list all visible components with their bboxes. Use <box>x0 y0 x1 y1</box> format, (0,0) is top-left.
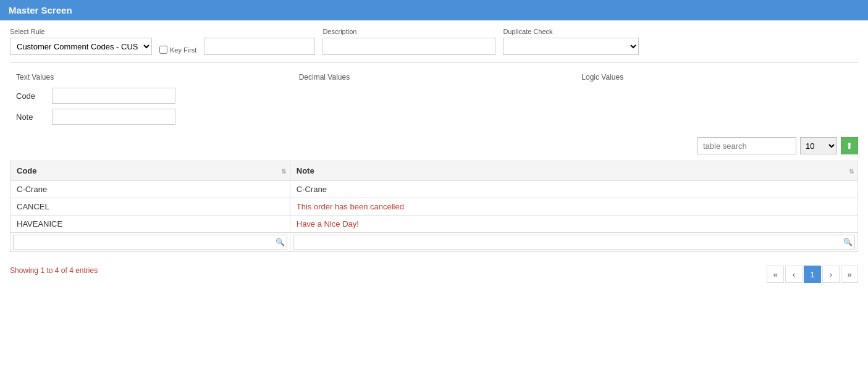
filter-note-cell: 🔍 <box>290 233 857 252</box>
table-cell-note: This order has been cancelled <box>290 198 857 216</box>
description-input[interactable]: Customer Comment Codes <box>322 38 495 55</box>
table-row[interactable]: HAVEANICEHave a Nice Day! <box>11 216 858 233</box>
select-rule-group: Select Rule Customer Comment Codes - CUS… <box>10 28 152 55</box>
code-label: Code <box>16 91 47 101</box>
table-search-input[interactable] <box>697 137 796 154</box>
footer-row: Showing 1 to 4 of 4 entries « ‹ 1 › » <box>10 258 858 283</box>
table-cell-note: C-Crane <box>290 181 857 198</box>
showing-text: Showing 1 to 4 of 4 entries <box>10 266 98 275</box>
filter-code-search-icon: 🔍 <box>276 238 285 246</box>
decimal-values-label: Decimal Values <box>299 73 570 82</box>
header-title: Master Screen <box>9 5 72 15</box>
key-first-checkbox[interactable] <box>159 46 167 54</box>
note-label: Note <box>16 112 47 122</box>
filter-code-input[interactable] <box>13 235 287 250</box>
table-cell-code: CANCEL <box>11 198 290 216</box>
pagination: « ‹ 1 › » <box>767 266 858 283</box>
filter-note-search-icon: 🔍 <box>843 238 853 246</box>
text-values-label: Text Values <box>16 73 287 82</box>
table-row[interactable]: C-CraneC-Crane <box>11 181 858 198</box>
table-controls: 10 25 50 100 ⬆ <box>10 135 858 157</box>
duplicate-check-group: Duplicate Check <box>503 28 639 55</box>
note-input[interactable] <box>52 109 175 125</box>
pagination-next[interactable]: › <box>822 266 840 283</box>
logic-values-column: Logic Values <box>575 73 858 130</box>
pagination-page-1[interactable]: 1 <box>804 266 821 283</box>
table-header-row: Code ⇅ Note ⇅ <box>11 161 858 181</box>
fields-section: Text Values Code Note Decimal Values Log… <box>10 63 858 135</box>
table-row[interactable]: CANCELThis order has been cancelled <box>11 198 858 216</box>
description-label: Description <box>322 28 495 35</box>
text-values-column: Text Values Code Note <box>10 73 293 130</box>
description-group: Description Customer Comment Codes <box>322 28 495 55</box>
filter-code-cell: 🔍 <box>11 233 290 252</box>
key-first-group: Key First <box>159 46 196 55</box>
page-size-select[interactable]: 10 25 50 100 <box>800 137 837 154</box>
table-cell-note: Have a Nice Day! <box>290 216 857 233</box>
export-icon: ⬆ <box>846 141 853 151</box>
table-cell-code: C-Crane <box>11 181 290 198</box>
logic-values-label: Logic Values <box>581 73 852 82</box>
pagination-last[interactable]: » <box>841 266 858 283</box>
top-controls: Select Rule Customer Comment Codes - CUS… <box>10 28 858 63</box>
master-screen-header: Master Screen <box>0 0 868 20</box>
keyname-input[interactable]: CUSTCOMM <box>204 38 315 55</box>
col-header-code[interactable]: Code ⇅ <box>11 161 290 181</box>
sort-code-icon: ⇅ <box>281 167 286 174</box>
data-table: Code ⇅ Note ⇅ C-CraneC-CraneCANCELThis o… <box>10 161 858 252</box>
table-cell-code: HAVEANICE <box>11 216 290 233</box>
code-field-row: Code <box>16 88 287 104</box>
pagination-first[interactable]: « <box>767 266 784 283</box>
col-header-note[interactable]: Note ⇅ <box>290 161 857 181</box>
table-filter-row: 🔍 🔍 <box>11 233 858 252</box>
select-rule-label: Select Rule <box>10 28 152 35</box>
export-button[interactable]: ⬆ <box>841 137 858 154</box>
sort-note-icon: ⇅ <box>849 167 854 174</box>
duplicate-check-dropdown[interactable] <box>503 38 639 55</box>
note-field-row: Note <box>16 109 287 125</box>
key-first-label: Key First <box>170 46 196 54</box>
filter-note-input[interactable] <box>293 235 855 250</box>
keyname-group: Keyname CUSTCOMM <box>204 28 315 55</box>
select-rule-dropdown[interactable]: Customer Comment Codes - CUSTCOMM <box>10 38 152 55</box>
code-input[interactable] <box>52 88 175 104</box>
duplicate-check-label: Duplicate Check <box>503 28 639 35</box>
decimal-values-column: Decimal Values <box>293 73 576 130</box>
pagination-prev[interactable]: ‹ <box>785 266 803 283</box>
